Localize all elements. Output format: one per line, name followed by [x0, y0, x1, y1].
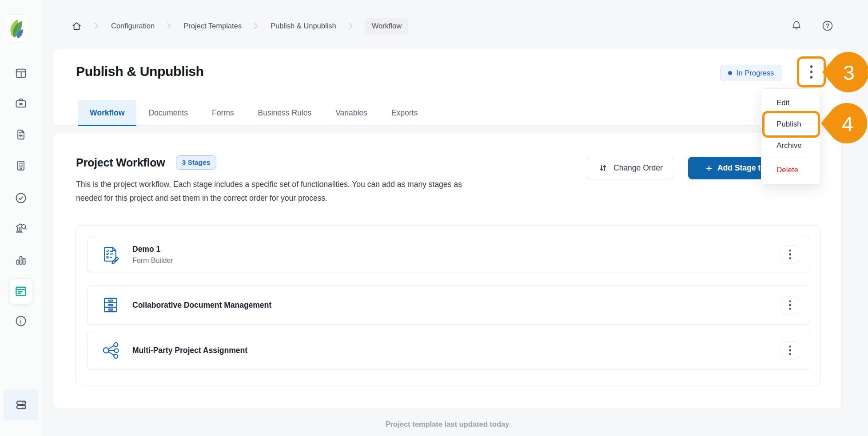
breadcrumb-item-project-templates[interactable]: Project Templates — [183, 22, 242, 30]
bar-chart-icon — [15, 254, 27, 266]
change-order-button[interactable]: Change Order — [587, 157, 674, 179]
notification-bell-button[interactable] — [790, 20, 803, 32]
stage-card-collaborative-document-management[interactable]: Collaborative Document Management — [87, 285, 810, 325]
dashboard-icon — [15, 67, 27, 79]
app-root: Configuration Project Templates Publish … — [0, 0, 868, 436]
workflow-heading-row: Project Workflow 3 Stages — [76, 155, 216, 170]
tab-forms[interactable]: Forms — [200, 100, 246, 126]
sidebar-item-tasks[interactable] — [15, 192, 27, 204]
stage-count-badge: 3 Stages — [176, 155, 217, 170]
stage-title: Demo 1 — [132, 245, 173, 254]
stage-card-multi-party-project-assignment[interactable]: Multi-Party Project Assignment — [87, 331, 810, 370]
project-templates-icon — [14, 285, 28, 298]
check-circle-icon — [15, 192, 27, 204]
section-title: Project Workflow — [76, 156, 165, 169]
stage-card-demo-1[interactable]: Demo 1 Form Builder — [87, 237, 810, 272]
sidebar-item-projects[interactable] — [15, 97, 27, 109]
stage-more-actions-button[interactable] — [781, 341, 799, 360]
breadcrumb-item-publish-unpublish[interactable]: Publish & Unpublish — [271, 22, 336, 30]
stage-title: Collaborative Document Management — [132, 301, 271, 310]
document-management-icon — [101, 295, 120, 315]
svg-text:?: ? — [826, 22, 830, 29]
breadcrumb: Configuration Project Templates Publish … — [71, 9, 408, 43]
sidebar-item-institution-search[interactable] — [15, 222, 27, 234]
info-icon — [15, 315, 27, 327]
stage-subtitle: Form Builder — [132, 257, 173, 265]
tab-business-rules[interactable]: Business Rules — [246, 100, 324, 126]
page-title: Publish & Unpublish — [76, 64, 204, 79]
sidebar-item-analytics[interactable] — [15, 254, 27, 266]
leaf-logo-icon — [8, 16, 25, 40]
description-line: needed for this project and set them in … — [76, 191, 582, 205]
form-builder-icon — [101, 245, 120, 264]
status-badge: In Progress — [721, 65, 781, 81]
sidebar-item-dashboard[interactable] — [15, 67, 27, 79]
tab-workflow[interactable]: Workflow — [78, 100, 136, 126]
change-order-label: Change Order — [613, 163, 663, 173]
tab-documents[interactable]: Documents — [136, 100, 200, 126]
tab-exports[interactable]: Exports — [379, 100, 430, 126]
sidebar-item-organization[interactable] — [15, 159, 27, 172]
annotation-marker-3: 3 — [821, 51, 868, 94]
marker-number: 3 — [843, 61, 855, 84]
server-stack-icon — [15, 398, 28, 412]
menu-item-edit[interactable]: Edit — [761, 92, 820, 114]
workflow-panel: Project Workflow 3 Stages This is the pr… — [53, 133, 842, 408]
stage-title: Multi-Party Project Assignment — [132, 346, 247, 355]
sidebar-item-data-sets[interactable] — [4, 389, 39, 420]
tab-variables[interactable]: Variables — [323, 100, 379, 126]
description-line: This is the project workflow. Each stage… — [76, 178, 582, 191]
breadcrumb-item-workflow-current: Workflow — [365, 18, 409, 34]
building-icon — [15, 159, 27, 172]
sort-arrows-icon — [598, 163, 608, 173]
home-icon[interactable] — [71, 20, 82, 32]
multi-party-share-icon — [101, 341, 120, 360]
app-logo — [6, 14, 27, 43]
sidebar-item-reports[interactable] — [15, 128, 27, 141]
last-updated-note: Project template last updated today — [53, 420, 842, 428]
bell-icon — [790, 20, 803, 32]
stage-list: Demo 1 Form Builder Collaborative Docume… — [76, 225, 821, 385]
status-dot-icon — [728, 71, 732, 75]
help-button[interactable]: ? — [821, 20, 834, 32]
stage-more-actions-button[interactable] — [781, 246, 799, 264]
template-header-card: Publish & Unpublish In Progress Workflow… — [53, 49, 842, 126]
breadcrumb-item-configuration[interactable]: Configuration — [111, 22, 155, 30]
stage-more-actions-button[interactable] — [781, 296, 799, 314]
chevron-right-icon — [349, 23, 353, 29]
sidebar — [0, 0, 42, 436]
marker-number: 4 — [842, 112, 853, 135]
status-badge-label: In Progress — [737, 69, 774, 77]
workflow-description: This is the project workflow. Each stage… — [76, 178, 582, 205]
chevron-right-icon — [254, 23, 258, 29]
sidebar-item-info[interactable] — [15, 315, 27, 327]
menu-item-archive[interactable]: Archive — [761, 135, 820, 156]
sidebar-item-project-templates[interactable] — [9, 278, 32, 304]
chevron-right-icon — [167, 23, 171, 29]
annotation-highlight-publish — [762, 111, 820, 138]
chevron-right-icon — [95, 23, 99, 29]
briefcase-icon — [15, 97, 27, 109]
report-file-icon — [15, 128, 27, 141]
menu-divider — [767, 158, 814, 158]
menu-item-delete[interactable]: Delete — [761, 159, 820, 181]
plus-icon: + — [706, 163, 712, 174]
bank-search-icon — [15, 222, 27, 234]
help-icon: ? — [821, 20, 834, 32]
tab-bar: Workflow Documents Forms Business Rules … — [78, 100, 430, 126]
annotation-marker-4: 4 — [820, 102, 867, 145]
